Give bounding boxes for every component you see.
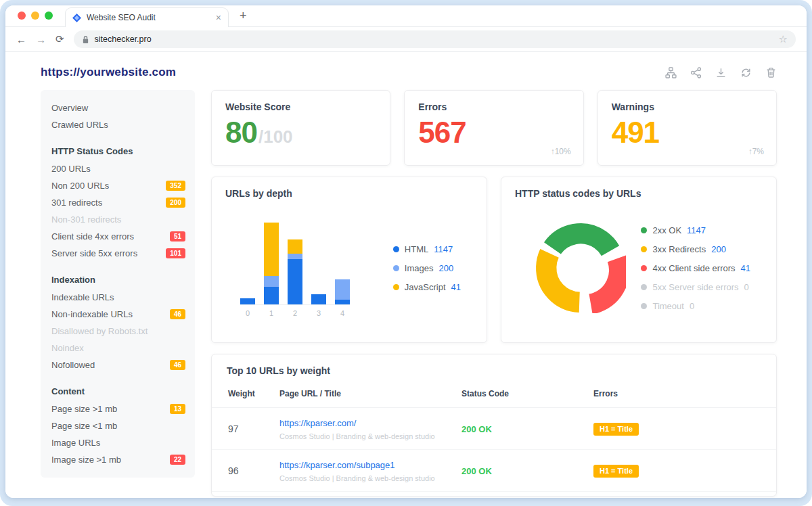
- error-badge: H1 = Title: [593, 465, 639, 478]
- legend-images[interactable]: Images200: [393, 263, 461, 273]
- sync-icon[interactable]: [740, 67, 752, 78]
- download-icon[interactable]: [715, 67, 727, 78]
- sidebar-item-label: Server side 5xx errors: [51, 248, 137, 258]
- window-controls: [18, 12, 53, 20]
- legend-label: 4xx Client side errors: [652, 263, 735, 273]
- sidebar-item-page-size-1-mb[interactable]: Page size >1 mb13: [51, 400, 185, 417]
- url-weight: 97: [212, 408, 279, 450]
- bar-segment-html: [288, 259, 302, 304]
- stat-trend: ↑7%: [748, 147, 764, 156]
- sidebar-item-non-301-redirects[interactable]: Non-301 redirects: [51, 211, 185, 228]
- sidebar-item-disallowed-by-robots-txt[interactable]: Disallowed by Robots.txt: [51, 323, 185, 340]
- url-cell: https://kparser.com/subpage1Cosmos Studi…: [279, 450, 461, 492]
- bookmark-star-icon[interactable]: ☆: [779, 33, 788, 45]
- count-badge: 51: [170, 231, 185, 242]
- sidebar-item-label: Client side 4xx errors: [51, 231, 134, 242]
- bar-segment-javascript: [264, 223, 279, 276]
- sidebar-item-page-size-1-mb[interactable]: Page size <1 mb: [51, 417, 185, 434]
- table-row: 97https://kparser.com/Cosmos Studio | Br…: [212, 408, 776, 450]
- count-badge: 200: [166, 198, 185, 208]
- legend-javascript[interactable]: JavaScript41: [393, 282, 461, 292]
- http-status-codes-card: HTTP status codes by URLs 2xx OK11473xx …: [501, 177, 777, 343]
- sidebar-item-indexable-urls[interactable]: Indexable URLs: [51, 289, 185, 306]
- status-code-value: 200 OK: [461, 424, 492, 434]
- sidebar-item-label: Noindex: [51, 343, 84, 353]
- sidebar-item-image-size-1-mb[interactable]: Image size >1 mb22: [51, 451, 185, 468]
- sidebar-item-crawled-urls[interactable]: Crawled URLs: [51, 116, 185, 133]
- stat-value-row: 80/100: [225, 116, 376, 149]
- stat-number: 80: [225, 116, 257, 149]
- page-header: https://yourwebsite.com: [5, 52, 807, 89]
- close-window-button[interactable]: [18, 12, 26, 20]
- sidebar-item-301-redirects[interactable]: 301 redirects200: [51, 194, 185, 211]
- browser-tab[interactable]: Website SEO Audit ×: [65, 7, 229, 27]
- sidebar-item-non-indexable-urls[interactable]: Non-indexable URLs46: [51, 306, 185, 323]
- sidebar-item-overview[interactable]: Overview: [51, 99, 185, 116]
- tab-close-icon[interactable]: ×: [216, 13, 221, 22]
- browser-window: Website SEO Audit × + ← → ⟳ sitechecker.…: [5, 5, 807, 498]
- sitemap-icon[interactable]: [665, 67, 677, 78]
- x-axis-label: 3: [311, 309, 326, 317]
- trash-icon[interactable]: [765, 67, 777, 78]
- forward-button[interactable]: →: [36, 34, 46, 45]
- legend-label: JavaScript: [405, 282, 446, 292]
- page-url-link[interactable]: https://kparser.com/: [279, 418, 356, 428]
- sidebar-item-label: 301 redirects: [51, 198, 102, 208]
- legend-4xx-client-side-errors[interactable]: 4xx Client side errors41: [641, 263, 750, 273]
- legend-dot-icon: [393, 246, 399, 252]
- top-urls-table: WeightPage URL / TitleStatus CodeErrors …: [212, 380, 776, 492]
- legend-dot-icon: [641, 265, 647, 271]
- page-title-subtitle: Cosmos Studio | Branding & web-design st…: [279, 474, 456, 482]
- bar-segment-html: [311, 294, 326, 304]
- legend-value: 0: [744, 282, 749, 292]
- url-weight: 96: [212, 450, 279, 492]
- legend-dot-icon: [393, 284, 399, 290]
- sidebar-item-client-side-4xx-errors[interactable]: Client side 4xx errors51: [51, 228, 185, 245]
- legend-value: 200: [711, 244, 726, 254]
- legend-5xx-server-side-errors[interactable]: 5xx Server side errors0: [641, 282, 750, 292]
- x-axis-label: 4: [335, 309, 350, 317]
- sidebar-item-server-side-5xx-errors[interactable]: Server side 5xx errors101: [51, 245, 185, 262]
- back-button[interactable]: ←: [16, 34, 26, 45]
- sidebar-item-non-200-urls[interactable]: Non 200 URLs352: [51, 177, 185, 194]
- share-icon[interactable]: [690, 67, 702, 78]
- minimize-window-button[interactable]: [31, 12, 39, 20]
- legend-label: Timeout: [652, 301, 683, 311]
- sidebar-item-label: Page size <1 mb: [51, 421, 117, 431]
- lock-icon: [82, 35, 89, 44]
- sidebar-item-nofollowed[interactable]: Nofollowed46: [51, 356, 185, 373]
- sidebar-item-label: Page size >1 mb: [51, 404, 117, 414]
- bar-chart-bars: [240, 218, 350, 305]
- bar-chart-area: 01234 HTML1147Images200JavaScript41: [225, 204, 473, 331]
- bar-depth-2: [288, 239, 302, 304]
- error-badge: H1 = Title: [593, 423, 639, 436]
- status-code-value: 200 OK: [461, 466, 492, 476]
- bar-segment-html: [264, 287, 279, 304]
- stat-trend: ↑10%: [551, 147, 571, 156]
- stat-cards-row: Website Score80/100Errors567↑10%Warnings…: [211, 90, 777, 166]
- stat-suffix: /100: [258, 127, 293, 147]
- page-url-link[interactable]: https://kparser.com/subpage1: [279, 460, 395, 470]
- urls-by-depth-card: URLs by depth 01234 HTML1147Images200Jav…: [211, 177, 487, 343]
- address-bar[interactable]: sitechecker.pro ☆: [74, 30, 796, 48]
- x-axis-label: 2: [288, 309, 302, 317]
- legend-2xx-ok[interactable]: 2xx OK1147: [641, 225, 750, 235]
- sidebar-item-noindex[interactable]: Noindex: [51, 340, 185, 356]
- legend-html[interactable]: HTML1147: [393, 244, 461, 254]
- legend-timeout[interactable]: Timeout0: [641, 301, 750, 311]
- donut-chart: [530, 223, 631, 313]
- address-url[interactable]: sitechecker.pro: [95, 34, 773, 44]
- x-axis-label: 1: [264, 309, 279, 317]
- new-tab-button[interactable]: +: [240, 9, 247, 22]
- legend-label: 5xx Server side errors: [652, 282, 738, 292]
- sidebar-item-image-urls[interactable]: Image URLs: [51, 434, 185, 451]
- sidebar-item-200-urls[interactable]: 200 URLs: [51, 160, 185, 177]
- count-badge: 13: [170, 404, 185, 414]
- status-code-cell: 200 OK: [461, 450, 593, 492]
- reload-button[interactable]: ⟳: [55, 33, 64, 45]
- legend-dot-icon: [641, 246, 647, 252]
- maximize-window-button[interactable]: [45, 12, 53, 20]
- chart-title-urls-by-depth: URLs by depth: [225, 188, 473, 199]
- seo-audit-page: https://yourwebsite.com: [5, 52, 807, 498]
- legend-3xx-redirects[interactable]: 3xx Redirects200: [641, 244, 750, 254]
